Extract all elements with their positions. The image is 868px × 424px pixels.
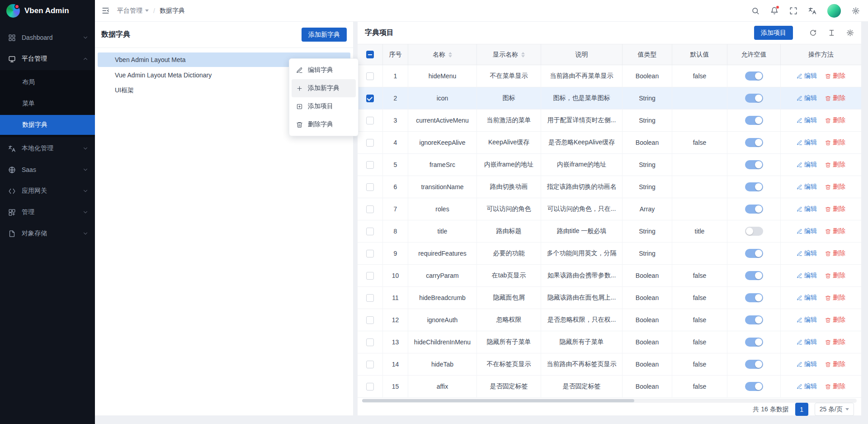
edit-button[interactable]: 编辑 [797, 227, 817, 235]
toggle-switch[interactable] [745, 116, 763, 125]
delete-button[interactable]: 删除 [825, 161, 845, 169]
nullable-toggle[interactable] [727, 353, 781, 375]
row-checkbox[interactable] [358, 154, 383, 176]
table-row[interactable]: 6transitionName路由切换动画指定该路由切换的动画名String 编… [358, 176, 861, 198]
delete-button[interactable]: 删除 [825, 338, 845, 346]
row-checkbox[interactable] [358, 198, 383, 220]
toggle-switch[interactable] [745, 182, 763, 191]
breadcrumb-item-platform[interactable]: 平台管理 [117, 7, 149, 15]
delete-button[interactable]: 删除 [825, 360, 845, 368]
sidebar-item[interactable]: 应用网关 [0, 181, 95, 201]
notification-bell-icon[interactable] [770, 7, 778, 15]
sidebar-item[interactable]: 管理 [0, 202, 95, 222]
row-checkbox[interactable] [358, 220, 383, 242]
context-menu-item[interactable]: 编辑字典 [292, 61, 356, 79]
nullable-toggle[interactable] [727, 331, 781, 353]
toggle-switch[interactable] [745, 227, 763, 236]
edit-button[interactable]: 编辑 [797, 249, 817, 257]
nullable-toggle[interactable] [727, 287, 781, 309]
nullable-toggle[interactable] [727, 198, 781, 220]
refresh-icon[interactable] [809, 29, 817, 37]
row-checkbox[interactable] [358, 287, 383, 309]
row-checkbox[interactable] [358, 87, 383, 109]
edit-button[interactable]: 编辑 [797, 161, 817, 169]
row-checkbox[interactable] [358, 331, 383, 353]
sidebar-subitem[interactable]: 菜单 [0, 94, 95, 114]
toggle-switch[interactable] [745, 271, 763, 280]
edit-button[interactable]: 编辑 [797, 116, 817, 124]
toggle-switch[interactable] [745, 315, 763, 324]
row-checkbox[interactable] [358, 243, 383, 264]
edit-button[interactable]: 编辑 [797, 94, 817, 102]
table-row[interactable]: 10carryParam在tab页显示如果该路由会携带参数...Booleanf… [358, 265, 861, 287]
edit-button[interactable]: 编辑 [797, 183, 817, 191]
row-height-icon[interactable] [828, 29, 835, 37]
sidebar-item[interactable]: 平台管理 [0, 49, 95, 69]
edit-button[interactable]: 编辑 [797, 360, 817, 368]
toggle-switch[interactable] [745, 71, 763, 81]
table-row[interactable]: 14hideTab不在标签页显示当前路由不再标签页显示Booleanfalse … [358, 353, 861, 376]
nullable-toggle[interactable] [727, 243, 781, 264]
table-row[interactable]: 4ignoreKeepAliveKeepAlive缓存是否忽略KeepAlive… [358, 132, 861, 154]
edit-button[interactable]: 编辑 [797, 138, 817, 147]
edit-button[interactable]: 编辑 [797, 316, 817, 324]
edit-button[interactable]: 编辑 [797, 205, 817, 213]
sidebar-item[interactable]: Saas [0, 160, 95, 180]
row-checkbox[interactable] [358, 132, 383, 153]
row-checkbox[interactable] [358, 309, 383, 331]
row-checkbox[interactable] [358, 376, 383, 397]
row-checkbox[interactable] [358, 265, 383, 286]
nullable-toggle[interactable] [727, 309, 781, 331]
delete-button[interactable]: 删除 [825, 116, 845, 124]
row-checkbox[interactable] [358, 110, 383, 131]
table-row[interactable]: 9requiredFeatures必要的功能多个功能间用英文，分隔String … [358, 243, 861, 265]
toggle-switch[interactable] [745, 360, 763, 369]
table-row[interactable]: 13hideChildrenInMenu隐藏所有子菜单隐藏所有子菜单Boolea… [358, 331, 861, 353]
breadcrumb-item-dictionary[interactable]: 数据字典 [160, 7, 185, 15]
table-row[interactable]: 5frameSrc内嵌iframe的地址内嵌iframe的地址String 编辑… [358, 154, 861, 176]
table-row[interactable]: 11hideBreadcrumb隐藏面包屑隐藏该路由在面包屑上...Boolea… [358, 287, 861, 309]
toggle-switch[interactable] [745, 249, 763, 258]
select-all-checkbox[interactable] [358, 44, 383, 65]
table-row[interactable]: 15affix是否固定标签是否固定标签Booleanfalse 编辑 删除 [358, 376, 861, 398]
delete-button[interactable]: 删除 [825, 138, 845, 147]
row-checkbox[interactable] [358, 353, 383, 375]
nullable-toggle[interactable] [727, 154, 781, 176]
nullable-toggle[interactable] [727, 220, 781, 242]
fullscreen-icon[interactable] [789, 7, 797, 15]
sort-icon[interactable] [448, 52, 452, 57]
nullable-toggle[interactable] [727, 87, 781, 109]
delete-button[interactable]: 删除 [825, 382, 845, 391]
add-item-button[interactable]: 添加项目 [754, 26, 793, 40]
settings-gear-icon[interactable] [852, 7, 860, 15]
sort-icon[interactable] [521, 52, 525, 57]
edit-button[interactable]: 编辑 [797, 294, 817, 302]
toggle-switch[interactable] [745, 338, 763, 347]
edit-button[interactable]: 编辑 [797, 338, 817, 346]
delete-button[interactable]: 删除 [825, 294, 845, 302]
translate-icon[interactable] [808, 7, 816, 15]
page-1-button[interactable]: 1 [795, 403, 808, 416]
nullable-toggle[interactable] [727, 265, 781, 286]
delete-button[interactable]: 删除 [825, 227, 845, 235]
nullable-toggle[interactable] [727, 376, 781, 397]
menu-fold-icon[interactable] [101, 6, 110, 15]
table-row[interactable]: 3currentActiveMenu当前激活的菜单用于配置详情页时左侧...St… [358, 110, 861, 132]
search-icon[interactable] [751, 7, 760, 15]
delete-button[interactable]: 删除 [825, 316, 845, 324]
sidebar-subitem[interactable]: 数据字典 [0, 115, 95, 135]
sidebar-subitem[interactable]: 布局 [0, 72, 95, 92]
sidebar-item[interactable]: 对象存储 [0, 224, 95, 243]
context-menu-item[interactable]: 删除字典 [292, 115, 356, 133]
toggle-switch[interactable] [745, 382, 763, 391]
add-dictionary-button[interactable]: 添加新字典 [302, 28, 347, 42]
column-header-display[interactable]: 显示名称 [477, 44, 541, 65]
edit-button[interactable]: 编辑 [797, 72, 817, 80]
context-menu-item[interactable]: 添加项目 [292, 97, 356, 115]
row-checkbox[interactable] [358, 176, 383, 198]
row-checkbox[interactable] [358, 65, 383, 87]
toggle-switch[interactable] [745, 160, 763, 169]
toggle-switch[interactable] [745, 205, 763, 214]
scrollbar-thumb[interactable] [362, 399, 634, 402]
delete-button[interactable]: 删除 [825, 272, 845, 280]
